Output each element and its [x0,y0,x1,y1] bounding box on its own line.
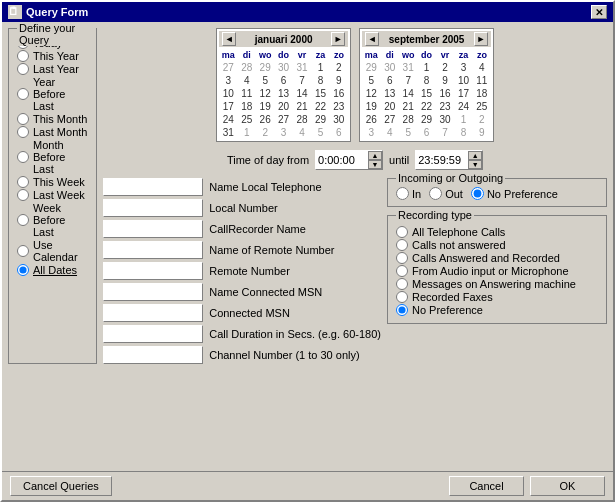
cal-day[interactable]: 7 [293,74,311,87]
field-input-3[interactable] [103,241,203,259]
query-option-all_dates[interactable]: All Dates [17,264,88,276]
cal-day[interactable]: 8 [454,126,472,139]
query-radio-last_week[interactable] [17,189,29,201]
recording-option-recorded_faxes[interactable]: Recorded Faxes [396,291,598,303]
cal-day[interactable]: 31 [293,61,311,74]
time-from-input-group[interactable]: ▲ ▼ [315,150,383,170]
incoming-radio-in[interactable] [396,187,409,200]
time-from-input[interactable] [316,153,368,167]
cal-day[interactable]: 25 [473,100,491,113]
field-input-8[interactable] [103,346,203,364]
cal-day[interactable]: 22 [311,100,329,113]
recording-radio-rec_no_preference[interactable] [396,304,408,316]
query-radio-last_year[interactable] [17,63,29,75]
recording-option-all_telephone[interactable]: All Telephone Calls [396,226,598,238]
recording-radio-microphone[interactable] [396,265,408,277]
cal-day[interactable]: 12 [256,87,274,100]
cal-day[interactable]: 4 [238,74,256,87]
cancel-queries-button[interactable]: Cancel Queries [10,476,112,496]
cal-day[interactable]: 13 [274,87,292,100]
query-radio-last_month[interactable] [17,126,29,138]
query-option-year_before_last[interactable]: Year Before Last [17,76,88,112]
cal-day[interactable]: 3 [454,61,472,74]
cal-day[interactable]: 19 [362,100,380,113]
recording-option-answering_machine[interactable]: Messages on Answering machine [396,278,598,290]
cal-day[interactable]: 28 [293,113,311,126]
query-radio-this_year[interactable] [17,50,29,62]
field-input-4[interactable] [103,262,203,280]
cal-day[interactable]: 4 [473,61,491,74]
query-radio-this_month[interactable] [17,113,29,125]
cal-day[interactable]: 16 [330,87,348,100]
cal-day[interactable]: 6 [330,126,348,139]
cal-day[interactable]: 5 [311,126,329,139]
cal-day[interactable]: 24 [454,100,472,113]
query-radio-use_calendar[interactable] [17,245,29,257]
cal-day[interactable]: 15 [417,87,435,100]
cal-day[interactable]: 29 [417,113,435,126]
time-from-up[interactable]: ▲ [368,151,382,160]
cal-day[interactable]: 25 [238,113,256,126]
query-option-month_before_last[interactable]: Month Before Last [17,139,88,175]
recording-option-microphone[interactable]: From Audio input or Microphone [396,265,598,277]
cal-day[interactable]: 13 [381,87,399,100]
recording-radio-all_telephone[interactable] [396,226,408,238]
cal-day[interactable]: 9 [473,126,491,139]
cal-day[interactable]: 2 [473,113,491,126]
cal-day[interactable]: 31 [399,61,417,74]
cal-day[interactable]: 26 [256,113,274,126]
field-input-7[interactable] [103,325,203,343]
cal-day[interactable]: 28 [399,113,417,126]
cal-day[interactable]: 5 [256,74,274,87]
cal-day[interactable]: 4 [381,126,399,139]
cal-day[interactable]: 22 [417,100,435,113]
time-until-up[interactable]: ▲ [468,151,482,160]
cal-day[interactable]: 19 [256,100,274,113]
cal-day[interactable]: 15 [311,87,329,100]
cal-day[interactable]: 12 [362,87,380,100]
cal-day[interactable]: 17 [219,100,237,113]
query-option-week_before_last[interactable]: Week Before Last [17,202,88,238]
cal-day[interactable]: 6 [274,74,292,87]
field-input-6[interactable] [103,304,203,322]
cal-day[interactable]: 5 [399,126,417,139]
cal-day[interactable]: 29 [362,61,380,74]
cal-day[interactable]: 28 [238,61,256,74]
recording-radio-recorded_faxes[interactable] [396,291,408,303]
time-until-down[interactable]: ▼ [468,160,482,169]
time-from-down[interactable]: ▼ [368,160,382,169]
cal-day[interactable]: 3 [274,126,292,139]
time-until-input-group[interactable]: ▲ ▼ [415,150,483,170]
field-input-5[interactable] [103,283,203,301]
recording-radio-answering_machine[interactable] [396,278,408,290]
incoming-radio-no_preference[interactable] [471,187,484,200]
recording-option-not_answered[interactable]: Calls not answered [396,239,598,251]
cal-day[interactable]: 29 [311,113,329,126]
query-radio-this_week[interactable] [17,176,29,188]
cal-day[interactable]: 18 [473,87,491,100]
cal-day[interactable]: 10 [454,74,472,87]
cal-day[interactable]: 1 [238,126,256,139]
cal-day[interactable]: 2 [330,61,348,74]
cal-day[interactable]: 23 [330,100,348,113]
cal-day[interactable]: 21 [293,100,311,113]
cal-day[interactable]: 3 [219,74,237,87]
recording-radio-answered_recorded[interactable] [396,252,408,264]
cal-day[interactable]: 30 [436,113,454,126]
cal-day[interactable]: 26 [362,113,380,126]
cal-day[interactable]: 9 [436,74,454,87]
cal-day[interactable]: 18 [238,100,256,113]
query-option-this_year[interactable]: This Year [17,50,88,62]
cal-day[interactable]: 16 [436,87,454,100]
query-option-this_week[interactable]: This Week [17,176,88,188]
cal-day[interactable]: 6 [381,74,399,87]
cal-day[interactable]: 24 [219,113,237,126]
cal-day[interactable]: 7 [399,74,417,87]
field-input-2[interactable] [103,220,203,238]
field-input-1[interactable] [103,199,203,217]
query-radio-month_before_last[interactable] [17,151,29,163]
cal-day[interactable]: 14 [399,87,417,100]
time-until-input[interactable] [416,153,468,167]
incoming-option-in[interactable]: In [396,187,421,200]
cal-day[interactable]: 2 [256,126,274,139]
